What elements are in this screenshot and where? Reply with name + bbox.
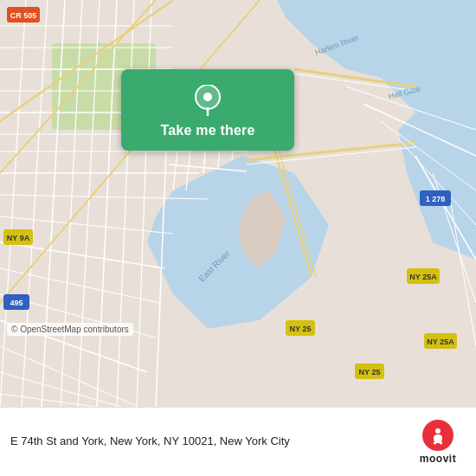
svg-text:NY 25: NY 25	[359, 368, 381, 376]
svg-text:495: 495	[10, 299, 23, 307]
svg-text:NY 25A: NY 25A	[409, 273, 437, 281]
svg-point-83	[434, 441, 436, 444]
svg-text:NY 9A: NY 9A	[7, 234, 30, 242]
map-container: CR 505 NY 9A 495 1 278 NY 25 NY 25A NY 2…	[0, 0, 476, 407]
address-text: E 74th St and York, New York, NY 10021, …	[10, 434, 410, 449]
location-pin-icon	[192, 85, 223, 116]
svg-text:NY 25: NY 25	[290, 325, 312, 333]
map-attribution: © OpenStreetMap contributors	[7, 323, 133, 336]
bottom-bar: E 74th St and York, New York, NY 10021, …	[0, 407, 476, 476]
moovit-icon	[422, 420, 453, 451]
map-svg: CR 505 NY 9A 495 1 278 NY 25 NY 25A NY 2…	[0, 0, 476, 407]
svg-point-82	[435, 428, 441, 434]
svg-text:1 278: 1 278	[426, 195, 446, 203]
take-me-there-label: Take me there	[160, 123, 254, 138]
svg-text:CR 505: CR 505	[10, 11, 37, 20]
svg-point-84	[440, 441, 442, 444]
take-me-there-card[interactable]: Take me there	[121, 69, 294, 151]
attribution-text: © OpenStreetMap contributors	[11, 325, 129, 334]
moovit-logo: moovit	[410, 420, 466, 465]
svg-text:NY 25A: NY 25A	[427, 338, 454, 346]
svg-point-81	[203, 93, 212, 101]
moovit-text: moovit	[420, 453, 456, 465]
moovit-person-icon	[428, 426, 447, 445]
